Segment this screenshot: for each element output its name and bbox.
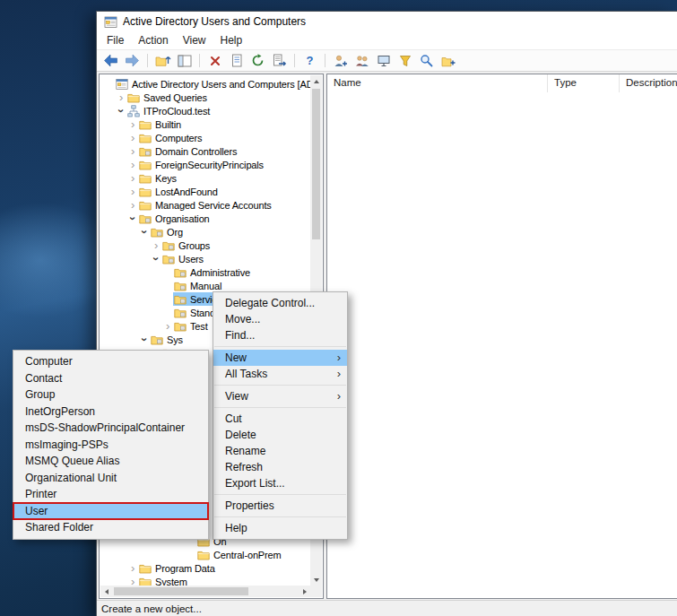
expander-expanded-icon[interactable]: › <box>138 227 152 238</box>
column-header-description[interactable]: Description <box>620 74 677 92</box>
submenu-item-shared-folder[interactable]: Shared Folder <box>13 519 208 536</box>
menu-item-label: Delegate Control... <box>225 297 315 309</box>
horizontal-scrollbar-thumb[interactable] <box>114 587 248 595</box>
tree-item-keys[interactable]: ›Keys <box>100 171 310 185</box>
help-icon[interactable]: ? <box>299 51 320 70</box>
tree-item-builtin[interactable]: ›Builtin <box>100 117 310 131</box>
expander-expanded-icon[interactable]: › <box>115 106 128 117</box>
context-menu: Delegate Control...Move...Find...New›All… <box>213 291 348 540</box>
submenu-item-user[interactable]: User <box>13 503 208 520</box>
expander-expanded-icon[interactable]: › <box>138 334 152 345</box>
submenu-item-organizational-unit[interactable]: Organizational Unit <box>13 470 208 487</box>
submenu-item-inetorgperson[interactable]: InetOrgPerson <box>13 403 208 421</box>
properties-icon[interactable] <box>226 51 247 70</box>
ou-folder-icon <box>139 145 152 158</box>
menu-item-find[interactable]: Find... <box>213 327 347 343</box>
scrollbar-corner <box>310 586 322 597</box>
tree-item-domain-controllers[interactable]: ›Domain Controllers <box>100 144 310 158</box>
tree-item-manual[interactable]: Manual <box>100 279 310 292</box>
menu-item-view[interactable]: View› <box>213 388 347 404</box>
tree-item-program-data[interactable]: ›Program Data <box>100 561 310 575</box>
scroll-left-icon[interactable] <box>100 586 112 597</box>
menu-separator <box>214 385 346 386</box>
tree-item-central-onprem[interactable]: Central-onPrem <box>100 548 310 561</box>
scroll-down-icon[interactable] <box>310 574 322 586</box>
menu-item-help[interactable]: Help <box>213 520 347 536</box>
export-list-icon[interactable] <box>269 51 290 70</box>
expander-expanded-icon[interactable]: › <box>150 254 163 265</box>
submenu-item-computer[interactable]: Computer <box>13 353 208 370</box>
menu-item-all-tasks[interactable]: All Tasks› <box>213 366 347 382</box>
submenu-item-contact[interactable]: Contact <box>13 370 208 387</box>
tree-item-groups[interactable]: ›Groups <box>100 239 310 252</box>
tree-item-users[interactable]: ›Users <box>100 252 310 265</box>
submenu-item-msds-shadowprincipalcontainer[interactable]: msDS-ShadowPrincipalContainer <box>13 420 208 437</box>
expander-collapsed-icon[interactable]: › <box>127 171 138 185</box>
column-header-type[interactable]: Type <box>548 74 620 92</box>
create-computer-icon[interactable] <box>373 51 394 70</box>
up-one-level-icon[interactable] <box>152 51 173 70</box>
ou-folder-icon <box>174 280 187 292</box>
expander-collapsed-icon[interactable]: › <box>127 158 138 171</box>
tree-item-lostandfound[interactable]: ›LostAndFound <box>100 185 310 198</box>
expander-collapsed-icon[interactable]: › <box>127 185 138 198</box>
submenu-item-msmq-queue-alias[interactable]: MSMQ Queue Alias <box>13 453 208 470</box>
titlebar[interactable]: Active Directory Users and Computers <box>97 12 677 31</box>
tree-item-saved-queries[interactable]: ›Saved Queries <box>100 91 310 104</box>
delete-icon[interactable] <box>204 51 225 70</box>
menu-item-delete[interactable]: Delete <box>213 427 347 443</box>
submenu-item-msimaging-psps[interactable]: msImaging-PSPs <box>13 437 208 454</box>
expander-collapsed-icon[interactable]: › <box>127 198 138 212</box>
menu-item-move[interactable]: Move... <box>213 311 347 327</box>
scroll-up-icon[interactable] <box>310 75 322 87</box>
menu-item-refresh[interactable]: Refresh <box>213 459 347 475</box>
create-user-icon[interactable] <box>330 51 351 70</box>
expander-collapsed-icon[interactable]: › <box>127 575 138 586</box>
refresh-icon[interactable] <box>247 51 268 70</box>
submenu-item-printer[interactable]: Printer <box>13 486 208 503</box>
domain-icon <box>127 105 140 117</box>
menu-item-properties[interactable]: Properties <box>213 498 347 514</box>
menu-item-new[interactable]: New› <box>213 350 347 366</box>
create-group-icon[interactable] <box>352 51 372 70</box>
find-objects-icon[interactable] <box>416 51 437 70</box>
folder-icon <box>139 132 152 144</box>
tree-item-active-directory-users-and-computers-ads01-iti[interactable]: Active Directory Users and Computers [AD… <box>100 77 310 91</box>
expander-collapsed-icon[interactable]: › <box>162 319 173 333</box>
expander-collapsed-icon[interactable]: › <box>127 144 138 158</box>
tree-item-org[interactable]: ›Org <box>100 225 310 239</box>
folder-icon <box>139 159 152 171</box>
expander-collapsed-icon[interactable]: › <box>116 91 126 104</box>
menu-view[interactable]: View <box>176 32 213 48</box>
expander-collapsed-icon[interactable]: › <box>151 239 161 252</box>
forward-icon[interactable] <box>122 51 143 70</box>
tree-item-itprocloud-test[interactable]: ›ITProCloud.test <box>100 104 310 117</box>
vertical-scrollbar-thumb[interactable] <box>312 89 320 239</box>
menu-file[interactable]: File <box>100 32 131 48</box>
show-hide-console-tree-icon[interactable] <box>174 51 195 70</box>
menu-item-delegate-control[interactable]: Delegate Control... <box>213 295 347 311</box>
expander-collapsed-icon[interactable]: › <box>127 131 138 144</box>
create-ou-icon[interactable] <box>438 51 458 70</box>
menu-item-cut[interactable]: Cut <box>213 411 347 427</box>
tree-horizontal-scrollbar[interactable] <box>100 586 310 597</box>
tree-item-organisation[interactable]: ›Organisation <box>100 212 310 225</box>
menu-item-rename[interactable]: Rename <box>213 443 347 459</box>
tree-item-computers[interactable]: ›Computers <box>100 131 310 144</box>
set-filter-icon[interactable] <box>395 51 415 70</box>
tree-item-system[interactable]: ›System <box>100 575 310 586</box>
tree-item-foreignsecurityprincipals[interactable]: ›ForeignSecurityPrincipals <box>100 158 310 171</box>
menu-item-export-list[interactable]: Export List... <box>213 475 347 491</box>
submenu-item-group[interactable]: Group <box>13 386 208 403</box>
menu-help[interactable]: Help <box>213 32 250 48</box>
menu-action[interactable]: Action <box>131 32 175 48</box>
back-icon[interactable] <box>100 51 121 70</box>
app-icon[interactable] <box>104 15 117 29</box>
expander-expanded-icon[interactable]: › <box>126 213 140 224</box>
column-header-name[interactable]: Name <box>327 74 548 92</box>
scroll-right-icon[interactable] <box>299 586 310 597</box>
expander-collapsed-icon[interactable]: › <box>127 561 138 575</box>
expander-collapsed-icon[interactable]: › <box>127 117 138 131</box>
tree-item-administrative[interactable]: Administrative <box>100 265 310 279</box>
tree-item-managed-service-accounts[interactable]: ›Managed Service Accounts <box>100 198 310 212</box>
